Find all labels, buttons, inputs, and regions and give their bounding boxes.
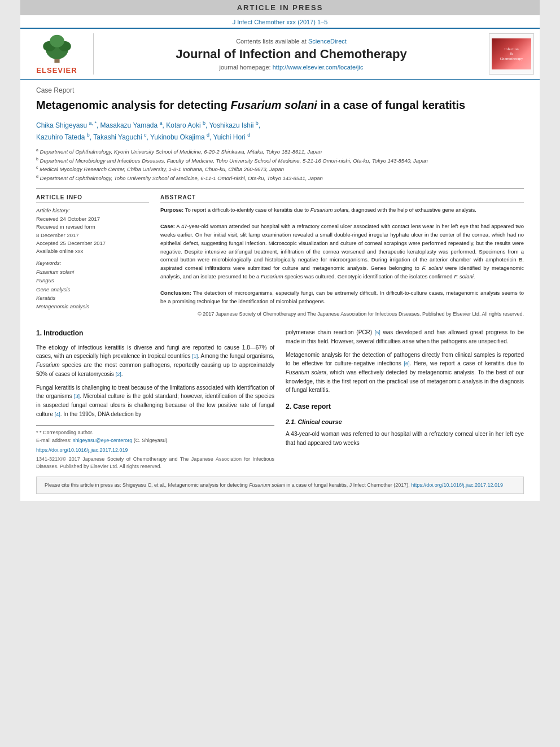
section1-heading: 1. Introduction (36, 328, 274, 339)
sciencedirect-link[interactable]: ScienceDirect (308, 38, 347, 45)
section2-1-number: 2.1. (286, 418, 296, 425)
section2-1-heading: 2.1. Clinical course (286, 417, 524, 427)
email-line: E-mail address: shigeyasu@eye-centerorg … (36, 437, 274, 445)
keywords-label: Keywords: (36, 260, 149, 266)
elsevier-logo: ELSEVIER (26, 33, 94, 75)
keywords-list: Fusarium solani Fungus Gene analysis Ker… (36, 268, 149, 311)
homepage-prefix: journal homepage: (220, 64, 273, 71)
body-para-3: polymerase chain reaction (PCR) [5] was … (286, 328, 524, 346)
abstract-purpose: Purpose: To report a difficult-to-identi… (160, 207, 476, 213)
journal-title: Journal of Infection and Chemotherapy (99, 47, 483, 62)
section1-title: Introduction (43, 329, 83, 337)
article-title: Metagenomic analysis for detecting Fusar… (36, 98, 524, 112)
keyword-3: Gene analysis (36, 286, 70, 292)
available-online: Available online xxx (36, 247, 149, 255)
body-para-1: The etiology of infectious keratitis is … (36, 343, 274, 379)
keyword-5: Metagenomic analysis (36, 303, 89, 309)
sciencedirect-line: Contents lists available at ScienceDirec… (99, 38, 483, 45)
main-content: Case Report Metagenomic analysis for det… (20, 80, 540, 501)
article-info-heading: ARTICLE INFO (36, 194, 149, 203)
svg-point-4 (50, 35, 64, 47)
issn-line: 1341-321X/© 2017 Japanese Society of Che… (36, 456, 274, 471)
citation-doi[interactable]: https://doi.org/10.1016/j.jiac.2017.12.0… (411, 482, 503, 488)
section2-number: 2. (286, 403, 291, 410)
citation-bar: Please cite this article in press as: Sh… (36, 477, 524, 495)
article-type-label: Case Report (36, 86, 524, 94)
page-wrapper: ARTICLE IN PRESS J Infect Chemother xxx … (20, 0, 540, 501)
article-info-column: ARTICLE INFO Article history: Received 2… (36, 194, 149, 318)
keyword-1: Fusarium solani (36, 269, 74, 275)
received-revised-label: Received in revised form (36, 223, 149, 231)
journal-homepage-line: journal homepage: http://www.elsevier.co… (99, 64, 483, 71)
affiliations: a Department of Ophthalmology, Kyorin Un… (36, 147, 524, 182)
homepage-url[interactable]: http://www.elsevier.com/locate/jic (273, 64, 364, 71)
sciencedirect-prefix: Contents lists available at (236, 38, 308, 45)
body-section: 1. Introduction The etiology of infectio… (36, 328, 524, 471)
journal-center-info: Contents lists available at ScienceDirec… (99, 33, 483, 75)
corresponding-author-note: * * Corresponding author. (36, 429, 274, 437)
section2-heading: 2. Case report (286, 401, 524, 412)
body-right-col: polymerase chain reaction (PCR) [5] was … (286, 328, 524, 471)
article-in-press-banner: ARTICLE IN PRESS (20, 0, 540, 15)
journal-cover-image: Infection&Chemotherapy (492, 38, 531, 69)
elsevier-tree-icon (34, 33, 80, 64)
body-para-4: Metagenomic analysis for the detection o… (286, 351, 524, 395)
received-date: Received 24 October 2017 (36, 215, 149, 223)
email-link[interactable]: shigeyasu@eye-centerorg (73, 438, 132, 443)
banner-text: ARTICLE IN PRESS (237, 3, 323, 12)
elsevier-brand-text: ELSEVIER (36, 66, 77, 75)
body-para-2: Fungal keratitis is challenging to treat… (36, 383, 274, 419)
abstract-copyright: © 2017 Japanese Society of Chemotherapy … (160, 311, 524, 318)
email-prefix: E-mail address: (36, 438, 73, 443)
section2-1-title: Clinical course (298, 418, 342, 425)
header-divider (36, 188, 524, 189)
body-two-col: 1. Introduction The etiology of infectio… (36, 328, 524, 471)
section1-number: 1. (36, 329, 42, 337)
journal-logo-right: Infection&Chemotherapy (489, 33, 534, 75)
journal-header: ELSEVIER Contents lists available at Sci… (20, 28, 540, 80)
section2-title: Case report (293, 403, 331, 410)
abstract-case: Case: A 47-year-old woman attended our h… (160, 223, 524, 279)
revised-date: 8 December 2017 (36, 231, 149, 239)
authors-line: Chika Shigeyasu a, *, Masakazu Yamada a,… (36, 119, 524, 143)
article-history-label: Article history: (36, 207, 149, 213)
body-para-5: A 43-year-old woman was referred to our … (286, 430, 524, 447)
footnote-area: * * Corresponding author. E-mail address… (36, 425, 274, 471)
journal-ref-text: J Infect Chemother xxx (2017) 1–5 (233, 19, 328, 25)
email-suffix: (C. Shigeyasu). (132, 438, 169, 443)
keyword-4: Keratitis (36, 295, 55, 301)
corresponding-text: * Corresponding author. (40, 430, 93, 435)
abstract-conclusion: Conclusion: The detection of microorgani… (160, 290, 524, 304)
keyword-2: Fungus (36, 277, 54, 283)
abstract-column: ABSTRACT Purpose: To report a difficult-… (160, 194, 524, 318)
abstract-heading: ABSTRACT (160, 194, 524, 203)
journal-ref-line: J Infect Chemother xxx (2017) 1–5 (20, 15, 540, 28)
article-info-abstract-section: ARTICLE INFO Article history: Received 2… (36, 194, 524, 318)
abstract-text: Purpose: To report a difficult-to-identi… (160, 206, 524, 306)
body-left-col: 1. Introduction The etiology of infectio… (36, 328, 274, 471)
doi-line[interactable]: https://doi.org/10.1016/j.jiac.2017.12.0… (36, 447, 274, 455)
accepted-date: Accepted 25 December 2017 (36, 239, 149, 247)
citation-prefix: Please cite this article in press as: Sh… (45, 482, 411, 488)
